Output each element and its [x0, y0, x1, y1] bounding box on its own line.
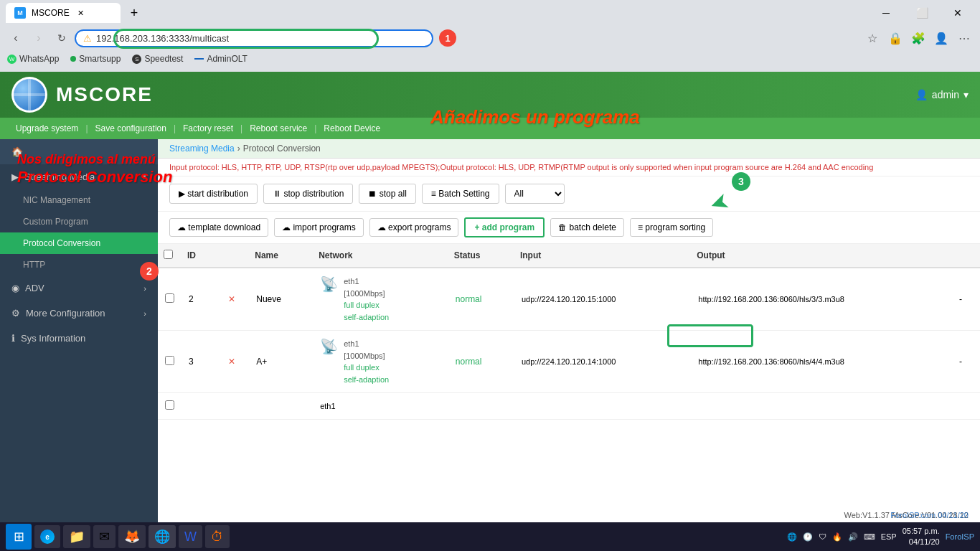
filter-select[interactable]: All Running Stopped	[505, 184, 565, 204]
app-title: MSCORE	[56, 83, 153, 106]
menu-reboot-device[interactable]: Reboot Device	[319, 122, 385, 135]
taskbar-word[interactable]: W	[179, 525, 202, 548]
warning-bar: Input protocol: HLS, HTTP, RTP, UDP, RTS…	[158, 159, 980, 176]
row-status-2: normal	[448, 331, 514, 393]
row-name: Nueve	[249, 268, 313, 331]
sidebar-item-protocol[interactable]: Protocol Conversion	[0, 232, 158, 254]
sidebar-label-nic: NIC Management	[23, 195, 90, 205]
row-delete[interactable]: ✕	[215, 268, 250, 331]
sidebar-item-more-config[interactable]: ⚙ More Configuration ›	[0, 301, 158, 326]
row-checkbox[interactable]	[158, 268, 182, 331]
add-program-button[interactable]: + add program	[464, 217, 545, 237]
menu-save[interactable]: Save configuration	[91, 122, 171, 135]
taskbar-app2[interactable]: ⏱	[205, 525, 230, 548]
browser-tab[interactable]: M MSCORE ✕	[6, 3, 121, 23]
menu-factory-reset[interactable]: Factory reset	[179, 122, 237, 135]
sidebar-item-sysinfo[interactable]: ℹ Sys Information	[0, 326, 158, 351]
sidebar-label-http: HTTP	[23, 260, 45, 270]
row-output-2: http://192.168.200.136:8060/hls/4/4.m3u8	[691, 331, 952, 393]
date-display: 04/11/20	[903, 537, 940, 547]
badge-3: 3	[732, 172, 750, 191]
import-programs-button[interactable]: ☁ import programs	[274, 218, 364, 237]
address-bar-container: ⚠	[75, 29, 433, 47]
bookmark-smartsupp[interactable]: Smartsupp	[70, 54, 121, 64]
sidebar-item-http[interactable]: HTTP	[0, 254, 158, 276]
taskbar-mail[interactable]: ✉	[93, 525, 116, 548]
menu-button[interactable]: ⋯	[954, 28, 974, 48]
start-distribution-button[interactable]: ▶ start distribution	[169, 184, 258, 204]
menu-upgrade[interactable]: Upgrade system	[11, 122, 83, 135]
user-icon: 👤	[915, 89, 928, 100]
taskbar: ⊞ e 📁 ✉ 🦊 🌐 W ⏱ 🌐 🕐 🛡 🔥 🔊 ⌨ ESP	[0, 522, 980, 551]
row-select[interactable]	[165, 293, 174, 303]
back-button[interactable]: ‹	[6, 28, 26, 48]
stop-distribution-button[interactable]: ⏸ stop distribution	[263, 184, 353, 204]
extensions-puzzle[interactable]: 🧩	[908, 28, 928, 48]
batch-delete-button[interactable]: 🗑 batch delete	[550, 218, 624, 237]
col-del	[215, 244, 250, 268]
taskbar-chrome[interactable]: 🌐	[149, 525, 176, 548]
program-sorting-button[interactable]: ≡ program sorting	[630, 218, 713, 237]
row-delete[interactable]	[215, 393, 250, 420]
profile-button[interactable]: 👤	[931, 28, 951, 48]
home-icon: 🏠	[11, 146, 23, 157]
breadcrumb-current: Protocol Conversion	[243, 143, 321, 154]
edge-icon: e	[40, 529, 55, 544]
app-logo	[11, 77, 47, 113]
sidebar-home[interactable]: 🏠	[0, 139, 158, 164]
network-details: eth1 [1000Mbps] full duplex self-adaptio…	[344, 276, 389, 323]
address-input[interactable]	[96, 33, 425, 44]
restore-button[interactable]: ⬜	[905, 3, 938, 23]
keyboard-icon: ⌨	[864, 532, 875, 542]
row-delete[interactable]: ✕	[215, 331, 250, 393]
select-all-checkbox[interactable]	[164, 250, 173, 259]
smartsupp-icon	[70, 56, 76, 62]
tab-close-button[interactable]: ✕	[75, 7, 87, 19]
forolsp-label: ForoISP	[946, 532, 974, 541]
bookmark-speedtest[interactable]: S Speedtest	[132, 54, 183, 64]
badge-1: 1	[439, 29, 456, 47]
sidebar-item-nic[interactable]: NIC Management	[0, 189, 158, 211]
col-output: Output	[691, 244, 952, 268]
whatsapp-icon: W	[7, 55, 17, 64]
extension-button[interactable]: 🔒	[885, 28, 905, 48]
sidebar: 🏠 2 ▶ Streaming Media ▾ NIC Management C…	[0, 139, 158, 522]
user-menu[interactable]: 👤 admin ▾	[915, 89, 969, 100]
speaker-icon: 🔊	[848, 532, 858, 542]
forward-button[interactable]: ›	[29, 28, 49, 48]
batch-setting-button[interactable]: ≡ Batch Setting	[422, 184, 499, 204]
col-name: Name	[249, 244, 313, 268]
bookmark-star-button[interactable]: ☆	[862, 28, 882, 48]
sidebar-item-custom[interactable]: Custom Program	[0, 211, 158, 232]
chevron-streaming: ▾	[142, 172, 146, 182]
bookmark-whatsapp[interactable]: W WhatsApp	[7, 54, 59, 64]
row-output: http://192.168.200.136:8060/hls/3/3.m3u8	[691, 268, 952, 331]
col-checkbox	[158, 244, 182, 268]
sidebar-item-streaming[interactable]: ▶ Streaming Media ▾	[0, 164, 158, 189]
row-network: 📡 eth1 [1000Mbps] full duplex self-adapt…	[313, 331, 448, 393]
start-button[interactable]: ⊞	[6, 524, 32, 550]
row-checkbox[interactable]	[158, 393, 182, 420]
minimize-button[interactable]: ─	[870, 3, 903, 23]
adminolt-icon	[194, 58, 204, 60]
stop-all-button[interactable]: ⏹ stop all	[359, 184, 415, 204]
stream-icon: 📡	[320, 276, 338, 293]
new-tab-button[interactable]: +	[125, 4, 143, 22]
bookmark-adminolt[interactable]: AdminOLT	[194, 54, 247, 64]
row-select[interactable]	[165, 356, 174, 365]
config-icon: ⚙	[11, 308, 20, 319]
menu-reboot-service[interactable]: Reboot service	[245, 122, 311, 135]
taskbar-edge[interactable]: e	[34, 525, 60, 548]
watermark: ForoISP.com 04/11/20	[890, 511, 969, 519]
taskbar-explorer[interactable]: 📁	[63, 525, 90, 548]
row-checkbox[interactable]	[158, 331, 182, 393]
close-button[interactable]: ✕	[941, 3, 974, 23]
taskbar-firefox[interactable]: 🦊	[118, 525, 146, 548]
export-programs-button[interactable]: ☁ export programs	[369, 218, 459, 237]
row-id	[182, 393, 215, 420]
breadcrumb-streaming[interactable]: Streaming Media	[169, 143, 235, 154]
reload-button[interactable]: ↻	[52, 28, 72, 48]
row-select[interactable]	[165, 400, 174, 410]
sidebar-item-adv[interactable]: ◉ ADV ›	[0, 276, 158, 301]
template-download-button[interactable]: ☁ template download	[169, 218, 268, 237]
